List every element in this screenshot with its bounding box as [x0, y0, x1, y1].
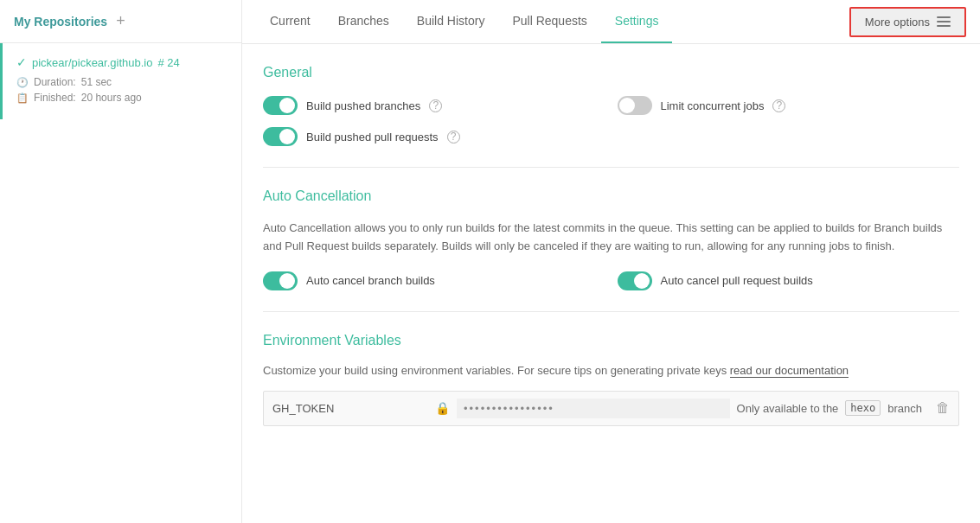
auto-cancellation-title: Auto Cancellation [263, 188, 959, 204]
limit-concurrent-jobs-row: Limit concurrent jobs ? [618, 96, 960, 115]
limit-concurrent-jobs-help[interactable]: ? [772, 99, 785, 112]
settings-content: General Build pushed branches ? Limit co… [242, 44, 980, 523]
auto-cancel-branch-builds-row: Auto cancel branch builds [263, 271, 605, 290]
sidebar-title: My Repositories [14, 15, 107, 29]
limit-concurrent-jobs-toggle[interactable] [618, 96, 652, 115]
auto-cancellation-toggles: Auto cancel branch builds Auto cancel pu… [263, 271, 959, 290]
top-navigation: Current Branches Build History Pull Requ… [242, 0, 980, 44]
sidebar-header: My Repositories + [0, 0, 241, 43]
auto-cancellation-divider [263, 311, 959, 312]
env-variables-title: Environment Variables [263, 333, 959, 348]
env-branch-suffix: branch [887, 402, 922, 415]
build-pushed-branches-toggle[interactable] [263, 96, 298, 115]
tab-pull-requests[interactable]: Pull Requests [498, 0, 600, 43]
tab-branches[interactable]: Branches [324, 0, 403, 43]
more-options-label: More options [865, 16, 930, 29]
auto-cancel-branch-builds-label: Auto cancel branch builds [306, 274, 435, 287]
add-repository-button[interactable]: + [116, 12, 125, 30]
env-available-text: Only available to the [737, 402, 839, 415]
auto-cancellation-section: Auto Cancellation Auto Cancellation allo… [263, 188, 959, 290]
tab-settings[interactable]: Settings [601, 0, 673, 43]
tab-current[interactable]: Current [256, 0, 324, 43]
env-value: •••••••••••••••• [457, 399, 730, 418]
nav-tabs: Current Branches Build History Pull Requ… [256, 0, 672, 43]
build-pushed-pull-requests-label: Build pushed pull requests [306, 131, 439, 144]
build-pushed-branches-row: Build pushed branches ? [263, 96, 605, 115]
auto-cancel-branch-builds-toggle[interactable] [263, 271, 298, 290]
main-area: Current Branches Build History Pull Requ… [242, 0, 980, 523]
repo-name: ✓ pickear/pickear.github.io # 24 [16, 55, 227, 69]
hamburger-icon [937, 16, 951, 27]
general-section: General Build pushed branches ? Limit co… [263, 65, 959, 146]
env-variables-description: Customize your build using environment v… [263, 364, 959, 377]
sidebar: My Repositories + ✓ pickear/pickear.gith… [0, 0, 242, 523]
general-divider [263, 167, 959, 168]
limit-concurrent-jobs-label: Limit concurrent jobs [661, 99, 765, 112]
tab-build-history[interactable]: Build History [403, 0, 499, 43]
read-documentation-link[interactable]: read our documentation [730, 364, 849, 378]
auto-cancellation-description: Auto Cancellation allows you to only run… [263, 220, 959, 256]
general-title: General [263, 65, 959, 80]
auto-cancel-pull-request-builds-label: Auto cancel pull request builds [661, 274, 813, 287]
delete-env-button[interactable]: 🗑 [936, 400, 950, 416]
env-variables-section: Environment Variables Customize your bui… [263, 333, 959, 426]
env-key: GH_TOKEN [272, 402, 428, 415]
build-pushed-pull-requests-toggle[interactable] [263, 127, 298, 146]
auto-cancel-pull-request-builds-toggle[interactable] [618, 271, 652, 290]
repository-item[interactable]: ✓ pickear/pickear.github.io # 24 🕐 Durat… [0, 43, 241, 119]
repo-meta: 🕐 Duration: 51 sec 📋 Finished: 20 hours … [16, 76, 227, 104]
general-toggles: Build pushed branches ? Limit concurrent… [263, 96, 959, 146]
build-pushed-pull-requests-help[interactable]: ? [447, 131, 460, 144]
clock-icon: 🕐 [16, 77, 29, 88]
build-pushed-branches-label: Build pushed branches [306, 99, 420, 112]
auto-cancel-pull-request-builds-row: Auto cancel pull request builds [618, 271, 960, 290]
build-pushed-branches-help[interactable]: ? [429, 99, 442, 112]
build-pushed-pull-requests-row: Build pushed pull requests ? [263, 127, 605, 146]
calendar-icon: 📋 [16, 92, 29, 104]
env-variable-row: GH_TOKEN 🔒 •••••••••••••••• Only availab… [263, 391, 959, 426]
more-options-button[interactable]: More options [849, 7, 966, 37]
env-branch: hexo [845, 400, 881, 416]
lock-icon: 🔒 [435, 401, 450, 415]
